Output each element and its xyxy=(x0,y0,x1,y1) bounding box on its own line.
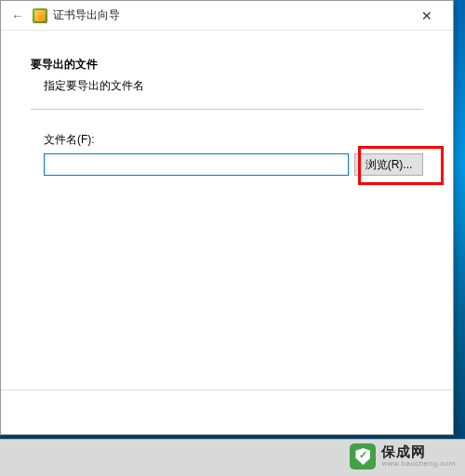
watermark: 保成网 www.baocheng.com xyxy=(346,441,459,472)
section-heading: 要导出的文件 xyxy=(31,57,423,73)
filename-input[interactable] xyxy=(44,153,349,176)
window-title: 证书导出向导 xyxy=(53,7,120,23)
close-icon: ✕ xyxy=(421,8,432,23)
watermark-url: www.baocheng.com xyxy=(381,460,456,469)
wizard-body: 要导出的文件 指定要导出的文件名 文件名(F): 浏览(R)... xyxy=(1,31,453,194)
filename-row: 浏览(R)... xyxy=(44,153,423,176)
wizard-footer xyxy=(1,390,453,434)
titlebar: ← 证书导出向导 ✕ xyxy=(1,1,453,31)
divider xyxy=(31,109,423,110)
section-subtext: 指定要导出的文件名 xyxy=(44,78,423,94)
back-button[interactable]: ← xyxy=(8,7,27,25)
back-arrow-icon: ← xyxy=(11,8,24,23)
filename-label: 文件名(F): xyxy=(44,132,423,148)
browse-button[interactable]: 浏览(R)... xyxy=(354,153,423,176)
close-button[interactable]: ✕ xyxy=(408,3,445,29)
watermark-brand: 保成网 xyxy=(381,444,456,460)
watermark-text: 保成网 www.baocheng.com xyxy=(381,444,456,468)
wizard-window: ← 证书导出向导 ✕ 要导出的文件 指定要导出的文件名 文件名(F): 浏览(R… xyxy=(0,0,454,435)
shield-icon xyxy=(350,443,376,469)
wizard-icon xyxy=(33,8,47,23)
